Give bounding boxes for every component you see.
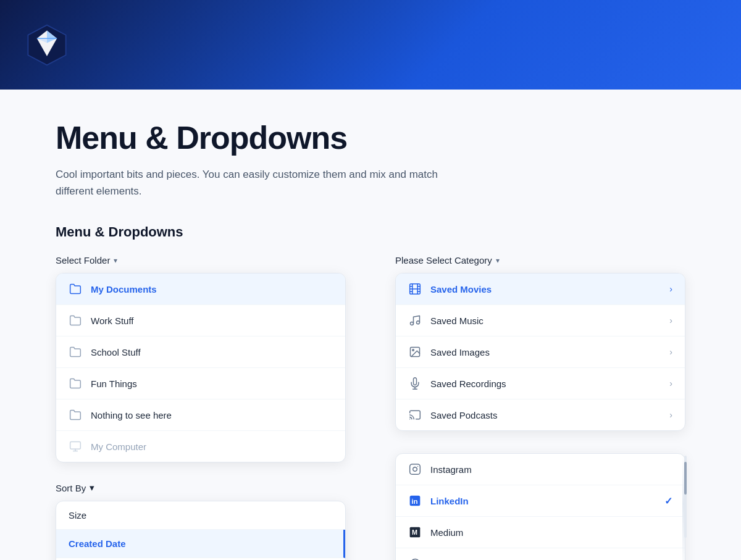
social-item-medium[interactable]: M Medium <box>396 517 685 548</box>
folder-icon-school-stuff <box>69 345 82 359</box>
folder-dropdown-panel: My Documents Work Stuff <box>56 273 346 462</box>
medium-icon: M <box>408 525 422 539</box>
social-dropdown-panel: Instagram in LinkedIn ✓ <box>395 453 685 560</box>
folder-item-school-stuff[interactable]: School Stuff <box>56 336 345 368</box>
category-item-saved-recordings[interactable]: Saved Recordings › <box>396 368 685 399</box>
folder-label-school-stuff: School Stuff <box>91 347 333 357</box>
folder-label-fun-things: Fun Things <box>91 378 333 389</box>
arrow-icon-saved-movies: › <box>669 284 672 294</box>
folder-dropdown-trigger[interactable]: Select Folder ▾ <box>56 255 117 265</box>
image-icon-saved-images <box>408 345 422 359</box>
sort-panel-scroll[interactable]: Size Created Date Modified Date <box>56 501 345 560</box>
svg-rect-23 <box>410 464 421 475</box>
monitor-icon-my-computer <box>69 440 82 453</box>
folder-item-nothing[interactable]: Nothing to see here <box>56 399 345 431</box>
folder-icon-work-stuff <box>69 314 82 327</box>
section-title: Menu & Dropdowns <box>56 224 685 240</box>
folder-item-my-documents[interactable]: My Documents <box>56 274 345 305</box>
folder-icon-fun-things <box>69 377 82 390</box>
svg-text:M: M <box>412 529 417 537</box>
film-icon-saved-movies <box>408 282 422 296</box>
header <box>0 0 741 90</box>
social-item-instagram[interactable]: Instagram <box>396 454 685 485</box>
category-label-saved-music: Saved Music <box>430 316 661 326</box>
category-label-saved-movies: Saved Movies <box>430 284 661 295</box>
social-item-whatsapp[interactable]: WhatsApp <box>396 548 685 560</box>
arrow-icon-saved-recordings: › <box>669 378 672 388</box>
category-item-saved-images[interactable]: Saved Images › <box>396 336 685 368</box>
category-chevron-icon: ▾ <box>496 256 500 265</box>
folder-icon-nothing <box>69 408 82 422</box>
folder-item-work-stuff[interactable]: Work Stuff <box>56 305 345 336</box>
sort-item-created-date[interactable]: Created Date <box>56 530 345 558</box>
folder-label-work-stuff: Work Stuff <box>91 316 333 326</box>
sort-trigger-label: Sort By <box>56 483 86 493</box>
mic-icon-saved-recordings <box>408 377 422 390</box>
social-item-linkedin[interactable]: in LinkedIn ✓ <box>396 485 685 517</box>
social-label-medium: Medium <box>430 527 672 538</box>
folder-label-my-documents: My Documents <box>91 284 333 295</box>
whatsapp-icon <box>408 557 422 560</box>
category-trigger-label: Please Select Category <box>395 255 492 265</box>
folder-icon-my-documents <box>69 282 82 296</box>
category-label-saved-images: Saved Images <box>430 347 661 357</box>
scrollbar-track <box>684 456 687 538</box>
columns-layout: Select Folder ▾ My Documents <box>56 255 685 560</box>
page-subtitle: Cool important bits and pieces. You can … <box>56 166 475 199</box>
category-dropdown-trigger[interactable]: Please Select Category ▾ <box>395 255 685 265</box>
folder-chevron-icon: ▾ <box>114 256 117 265</box>
arrow-icon-saved-podcasts: › <box>669 410 672 420</box>
music-icon-saved-music <box>408 314 422 327</box>
folder-item-fun-things[interactable]: Fun Things <box>56 368 345 399</box>
folder-trigger-label: Select Folder <box>56 255 110 265</box>
right-column: Please Select Category ▾ <box>395 255 685 560</box>
category-dropdown-panel: Saved Movies › Saved Music › <box>395 273 685 431</box>
svg-point-16 <box>411 322 414 325</box>
left-column: Select Folder ▾ My Documents <box>56 255 346 560</box>
scrollbar-thumb[interactable] <box>684 462 687 495</box>
main-content: Menu & Dropdowns Cool important bits and… <box>31 90 710 560</box>
linkedin-check-icon: ✓ <box>664 495 672 507</box>
logo <box>25 23 69 67</box>
folder-item-my-computer[interactable]: My Computer <box>56 431 345 462</box>
category-item-saved-podcasts[interactable]: Saved Podcasts › <box>396 399 685 430</box>
sort-label-size: Size <box>69 510 86 520</box>
instagram-icon <box>408 462 422 476</box>
category-item-saved-movies[interactable]: Saved Movies › <box>396 274 685 305</box>
svg-rect-5 <box>70 442 81 449</box>
cast-icon-saved-podcasts <box>408 408 422 422</box>
category-label-saved-podcasts: Saved Podcasts <box>430 410 661 420</box>
category-item-saved-music[interactable]: Saved Music › <box>396 305 685 336</box>
sort-dropdown-trigger[interactable]: Sort By ▾ <box>56 482 94 493</box>
page-title: Menu & Dropdowns <box>56 119 685 156</box>
folder-label-my-computer: My Computer <box>91 441 333 452</box>
folder-label-nothing: Nothing to see here <box>91 410 333 420</box>
arrow-icon-saved-images: › <box>669 347 672 357</box>
sort-chevron-icon: ▾ <box>90 482 94 493</box>
social-label-instagram: Instagram <box>430 464 672 475</box>
linkedin-icon: in <box>408 494 422 508</box>
social-label-linkedin: LinkedIn <box>430 496 656 506</box>
svg-text:in: in <box>411 497 417 505</box>
sort-dropdown-panel: Size Created Date Modified Date <box>56 501 346 560</box>
sort-item-size[interactable]: Size <box>56 501 345 530</box>
category-label-saved-recordings: Saved Recordings <box>430 378 661 389</box>
sort-label-created-date: Created Date <box>69 538 126 549</box>
svg-point-17 <box>417 321 420 324</box>
arrow-icon-saved-music: › <box>669 316 672 325</box>
svg-point-19 <box>412 349 414 351</box>
